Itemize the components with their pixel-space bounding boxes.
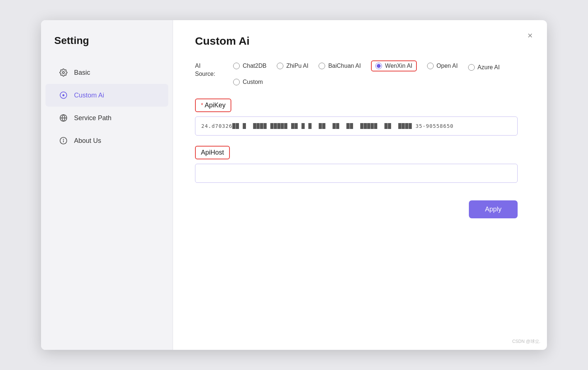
service-path-label: Service Path <box>74 114 111 122</box>
about-us-label: About Us <box>74 137 101 145</box>
globe-icon <box>59 113 68 123</box>
radio-chat2db[interactable]: Chat2DB <box>233 60 267 71</box>
sidebar-item-basic[interactable]: Basic <box>45 61 168 84</box>
radio-input-custom[interactable] <box>233 79 240 85</box>
ai-source-section: AISource: Chat2DB ZhiPu AI BaiChuan AI W… <box>195 60 525 85</box>
radio-label-zhipu: ZhiPu AI <box>286 63 308 69</box>
radio-zhipu-ai[interactable]: ZhiPu AI <box>277 60 308 71</box>
apihost-input[interactable] <box>195 164 518 183</box>
radio-input-azure[interactable] <box>468 64 475 71</box>
radio-baichuan-ai[interactable]: BaiChuan AI <box>319 60 361 71</box>
settings-modal: Setting Basic Custom Ai <box>41 20 547 350</box>
radio-custom[interactable]: Custom <box>233 79 263 85</box>
radio-group: Chat2DB ZhiPu AI BaiChuan AI WenXin AI O… <box>233 60 525 85</box>
apply-button[interactable]: Apply <box>469 200 518 218</box>
openai-icon <box>59 90 68 100</box>
radio-open-ai[interactable]: Open AI <box>427 60 458 71</box>
apikey-input[interactable] <box>195 116 518 136</box>
info-icon <box>59 136 68 145</box>
radio-input-wenxin[interactable] <box>375 63 382 69</box>
sidebar-title: Setting <box>41 35 173 61</box>
radio-input-chat2db[interactable] <box>233 63 240 69</box>
radio-label-baichuan: BaiChuan AI <box>328 63 361 69</box>
sidebar-item-service-path[interactable]: Service Path <box>45 107 168 129</box>
close-button[interactable]: × <box>523 29 537 42</box>
custom-ai-label: Custom Ai <box>74 92 104 99</box>
apihost-label-wrapper: ApiHost <box>195 146 230 159</box>
required-star: * <box>201 102 203 108</box>
sidebar-item-about-us[interactable]: About Us <box>45 129 168 152</box>
page-title: Custom Ai <box>195 35 525 47</box>
radio-label-chat2db: Chat2DB <box>243 63 267 69</box>
radio-label-custom: Custom <box>243 79 263 85</box>
radio-label-openai: Open AI <box>437 63 458 69</box>
sidebar-item-custom-ai[interactable]: Custom Ai <box>45 84 168 107</box>
apihost-label: ApiHost <box>201 149 224 156</box>
gear-icon <box>59 68 68 77</box>
watermark: CSDN @球尘. <box>512 338 540 345</box>
apikey-label-wrapper: *ApiKey <box>195 99 231 112</box>
radio-label-wenxin: WenXin AI <box>385 63 412 69</box>
apikey-section: *ApiKey <box>195 99 525 136</box>
main-content: × Custom Ai AISource: Chat2DB ZhiPu AI B… <box>173 20 547 350</box>
radio-wenxin-ai[interactable]: WenXin AI <box>371 60 416 71</box>
radio-input-openai[interactable] <box>427 63 434 69</box>
radio-label-azure: Azure AI <box>478 64 500 71</box>
basic-label: Basic <box>74 69 90 77</box>
radio-input-baichuan[interactable] <box>319 63 325 69</box>
radio-azure-ai[interactable]: Azure AI <box>468 63 500 71</box>
radio-input-zhipu[interactable] <box>277 63 283 69</box>
ai-source-label: AISource: <box>195 60 224 78</box>
apikey-label: ApiKey <box>205 101 225 109</box>
sidebar: Setting Basic Custom Ai <box>41 20 173 350</box>
svg-point-1 <box>62 94 65 96</box>
apihost-section: ApiHost <box>195 146 525 183</box>
svg-point-0 <box>62 71 65 74</box>
